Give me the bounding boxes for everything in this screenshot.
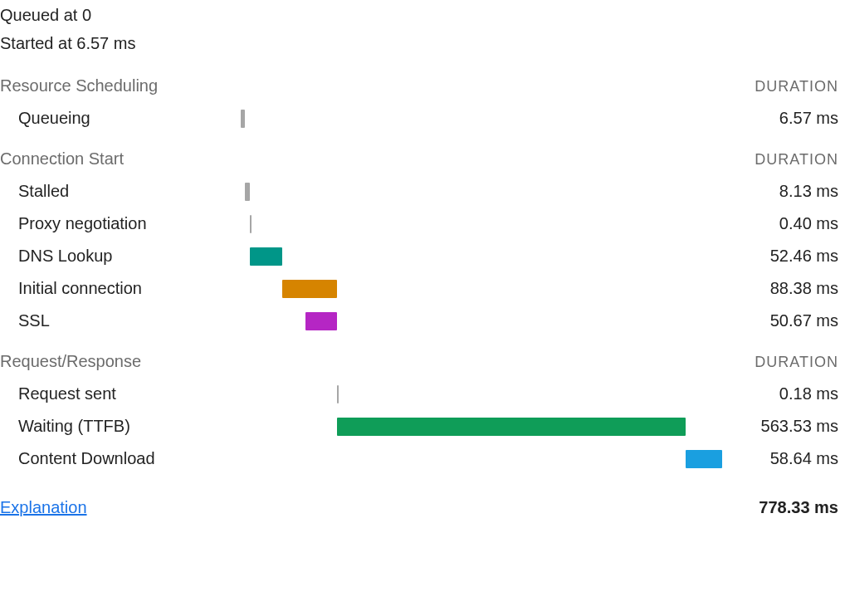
row-waiting-ttfb: Waiting (TTFB) 563.53 ms <box>0 410 845 442</box>
row-label: SSL <box>18 311 241 330</box>
row-duration: 88.38 ms <box>722 279 838 298</box>
duration-header: DURATION <box>755 354 838 371</box>
bar-content-download <box>686 450 722 468</box>
row-duration: 52.46 ms <box>722 247 838 266</box>
row-duration: 6.57 ms <box>722 109 838 128</box>
row-ssl: SSL 50.67 ms <box>0 305 845 337</box>
section-connection-start: Connection Start DURATION <box>0 149 845 169</box>
timing-summary: Queued at 0 Started at 6.57 ms <box>0 5 845 53</box>
section-title: Resource Scheduling <box>0 76 158 95</box>
row-duration: 0.40 ms <box>722 214 838 233</box>
row-duration: 563.53 ms <box>722 417 838 436</box>
bar-area <box>241 450 722 468</box>
bar-ssl <box>305 312 337 330</box>
footer-row: Explanation 778.33 ms <box>0 498 845 517</box>
bar-area <box>241 183 722 201</box>
row-label: Waiting (TTFB) <box>18 417 241 436</box>
row-content-download: Content Download 58.64 ms <box>0 442 845 475</box>
row-queueing: Queueing 6.57 ms <box>0 102 845 134</box>
bar-area <box>241 247 722 266</box>
bar-area <box>241 385 722 403</box>
row-label: Initial connection <box>18 279 241 298</box>
row-duration: 50.67 ms <box>722 311 838 330</box>
bar-area <box>241 418 722 436</box>
bar-area <box>241 280 722 298</box>
row-dns-lookup: DNS Lookup 52.46 ms <box>0 240 845 272</box>
bar-area <box>241 215 722 233</box>
row-request-sent: Request sent 0.18 ms <box>0 378 845 410</box>
row-label: DNS Lookup <box>18 247 241 266</box>
row-initial-connection: Initial connection 88.38 ms <box>0 272 845 305</box>
row-label: Request sent <box>18 384 241 403</box>
bar-dns-lookup <box>250 247 282 266</box>
row-duration: 0.18 ms <box>722 384 838 403</box>
explanation-link[interactable]: Explanation <box>0 498 87 517</box>
total-duration: 778.33 ms <box>759 498 838 517</box>
duration-header: DURATION <box>755 151 838 169</box>
bar-request-sent <box>337 385 339 403</box>
section-title: Request/Response <box>0 352 141 371</box>
bar-initial-connection <box>282 280 337 298</box>
section-request-response: Request/Response DURATION <box>0 352 845 371</box>
section-resource-scheduling: Resource Scheduling DURATION <box>0 76 845 95</box>
row-duration: 8.13 ms <box>722 182 838 201</box>
bar-area <box>241 312 722 330</box>
section-title: Connection Start <box>0 149 124 169</box>
row-label: Queueing <box>18 109 241 128</box>
row-proxy-negotiation: Proxy negotiation 0.40 ms <box>0 208 845 240</box>
started-at-line: Started at 6.57 ms <box>0 33 845 53</box>
timing-panel: Queued at 0 Started at 6.57 ms Resource … <box>0 0 845 526</box>
bar-queueing <box>241 110 245 128</box>
bar-waiting-ttfb <box>337 418 686 436</box>
bar-stalled <box>245 183 250 201</box>
row-duration: 58.64 ms <box>722 449 838 468</box>
bar-proxy-negotiation <box>250 215 252 233</box>
row-label: Stalled <box>18 182 241 201</box>
duration-header: DURATION <box>755 78 838 95</box>
bar-area <box>241 110 722 128</box>
row-stalled: Stalled 8.13 ms <box>0 175 845 208</box>
row-label: Proxy negotiation <box>18 214 241 233</box>
row-label: Content Download <box>18 449 241 468</box>
queued-at-line: Queued at 0 <box>0 5 845 25</box>
